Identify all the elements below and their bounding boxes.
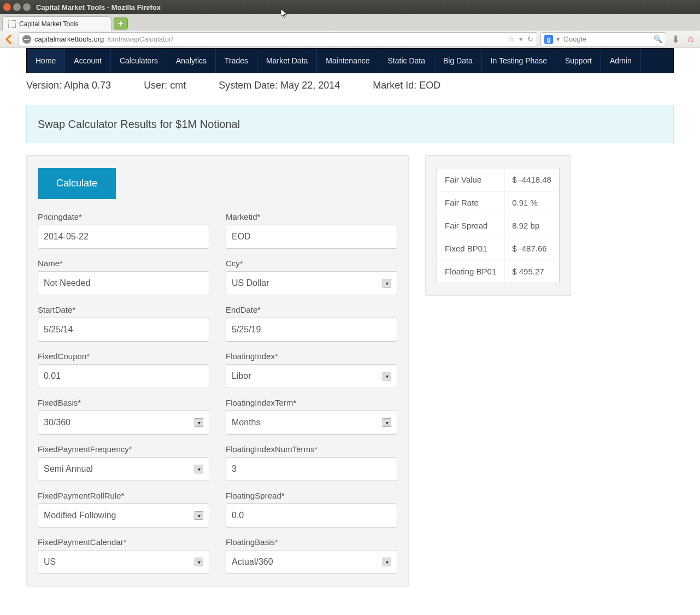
system-date-label: System Date: May 22, 2014 [219,80,340,91]
browser-tabstrip: Capital Market Tools + [0,14,700,31]
input-startdate[interactable] [38,318,209,342]
page-body: Home Account Calculators Analytics Trade… [0,48,700,598]
swap-form-panel: Calculate Pricingdate* Marketid* Name* [26,155,409,587]
result-label: Fair Spread [437,214,504,237]
select-ccy-value: US Dollar [232,278,269,288]
select-fixedpaymentfrequency-value: Semi Annual [44,464,93,474]
select-floatingindexterm-value: Months [232,418,260,427]
downloads-icon[interactable]: ⬇ [669,33,681,45]
url-bar[interactable]: capitalmarkettools.org/cmt/swapCalculato… [19,32,537,46]
label-ccy: Ccy* [226,259,397,268]
result-value: 0.91 % [504,191,560,214]
tab-favicon-icon [8,20,16,28]
result-value: $ -4418.48 [504,168,560,191]
label-marketid: Marketid* [226,212,397,221]
input-enddate[interactable] [226,318,397,342]
tab-title: Capital Market Tools [19,20,79,28]
nav-admin[interactable]: Admin [601,49,641,73]
info-bar: Version: Alpha 0.73 User: cmt System Dat… [26,80,674,91]
select-fixedpaymentrollrule[interactable]: Modified Following ▾ [38,503,209,528]
nav-market-data[interactable]: Market Data [257,49,317,73]
result-label: Floating BP01 [437,260,504,283]
calculate-button[interactable]: Calculate [38,168,116,199]
nav-analytics[interactable]: Analytics [167,49,216,73]
results-table: Fair Value $ -4418.48 Fair Rate 0.91 % F… [437,168,560,283]
label-fixedbasis: FixedBasis* [38,398,209,407]
market-id-label: Market Id: EOD [373,80,440,91]
nav-support[interactable]: Support [556,49,601,73]
window-minimize-icon[interactable] [13,3,21,11]
nav-maintenance[interactable]: Maintenance [317,49,379,73]
input-name[interactable] [38,271,209,295]
window-close-icon[interactable] [3,3,11,11]
chevron-down-icon: ▾ [383,372,391,380]
select-floatingbasis[interactable]: Actual/360 ▾ [226,550,397,574]
label-fixedpaymentfrequency: FixedPaymentFrequency* [38,444,209,454]
chevron-down-icon: ▾ [195,558,203,566]
label-floatingindexnumterms: FloatingIndexNumTerms* [226,444,397,454]
nav-in-testing[interactable]: In Testing Phase [482,49,556,73]
label-floatingspread: FloatingSpread* [226,491,397,500]
select-ccy[interactable]: US Dollar ▾ [226,271,397,295]
result-label: Fixed BP01 [437,237,504,260]
result-value: $ 495.27 [504,260,560,283]
browser-tab-active[interactable]: Capital Market Tools [2,16,111,31]
window-titlebar: Capital Market Tools - Mozilla Firefox [0,0,700,14]
input-pricingdate[interactable] [38,225,209,249]
nav-calculators[interactable]: Calculators [111,49,167,73]
result-value: $ -487.66 [504,237,560,260]
nav-static-data[interactable]: Static Data [379,49,434,73]
nav-trades[interactable]: Trades [216,49,257,73]
table-row: Fair Rate 0.91 % [437,191,560,214]
url-path: /cmt/swapCalculator/ [107,35,173,43]
select-fixedpaymentcalendar[interactable]: US ▾ [38,550,209,574]
nav-back-button[interactable] [3,33,15,45]
url-host: capitalmarkettools.org [34,35,104,43]
version-label: Version: Alpha 0.73 [26,80,111,91]
select-fixedpaymentcalendar-value: US [44,557,56,567]
table-row: Fair Spread 8.92 bp [437,214,560,237]
search-bar[interactable]: g ▾ Google 🔍 [540,32,666,46]
nav-big-data[interactable]: Big Data [434,49,482,73]
label-fixedpaymentcalendar: FixedPaymentCalendar* [38,537,209,547]
search-submit-icon[interactable]: 🔍 [654,35,662,43]
results-panel: Fair Value $ -4418.48 Fair Rate 0.91 % F… [425,155,571,296]
label-pricingdate: Pricingdate* [38,212,209,221]
label-fixedpaymentrollrule: FixedPaymentRollRule* [38,491,209,500]
table-row: Floating BP01 $ 495.27 [437,260,560,283]
new-tab-button[interactable]: + [114,17,128,30]
window-title: Capital Market Tools - Mozilla Firefox [36,3,161,11]
label-floatingbasis: FloatingBasis* [226,537,397,547]
select-fixedbasis[interactable]: 30/360 ▾ [38,411,209,435]
input-floatingindexnumterms[interactable] [226,457,397,481]
table-row: Fair Value $ -4418.48 [437,168,560,191]
select-fixedbasis-value: 30/360 [44,418,70,427]
input-fixedcoupon[interactable] [38,364,209,388]
chevron-down-icon: ▾ [383,558,391,566]
input-floatingspread[interactable] [226,503,397,528]
select-fixedpaymentfrequency[interactable]: Semi Annual ▾ [38,457,209,481]
label-name: Name* [38,259,209,268]
label-floatingindex: FloatingIndex* [226,352,397,361]
chevron-down-icon: ▾ [195,418,203,427]
window-maximize-icon[interactable] [23,3,31,11]
reload-icon[interactable]: ↻ [527,35,533,43]
label-startdate: StartDate* [38,305,209,314]
select-floatingindexterm[interactable]: Months ▾ [226,411,397,435]
nav-home[interactable]: Home [27,49,65,73]
input-marketid[interactable] [226,225,397,249]
label-fixedcoupon: FixedCoupon* [38,352,209,361]
user-label: User: cmt [144,80,186,91]
result-value: 8.92 bp [504,214,560,237]
home-icon[interactable]: ⌂ [685,33,697,45]
google-search-icon: g [544,35,553,44]
select-floatingindex[interactable]: Libor ▾ [226,364,397,388]
site-identity-icon [22,35,31,44]
chevron-down-icon: ▾ [383,279,391,288]
select-floatingbasis-value: Actual/360 [232,557,273,567]
nav-account[interactable]: Account [65,49,111,73]
search-placeholder: Google [563,35,586,43]
bookmark-star-icon[interactable]: ☆ [508,35,515,43]
result-label: Fair Value [437,168,504,191]
table-row: Fixed BP01 $ -487.66 [437,237,560,260]
